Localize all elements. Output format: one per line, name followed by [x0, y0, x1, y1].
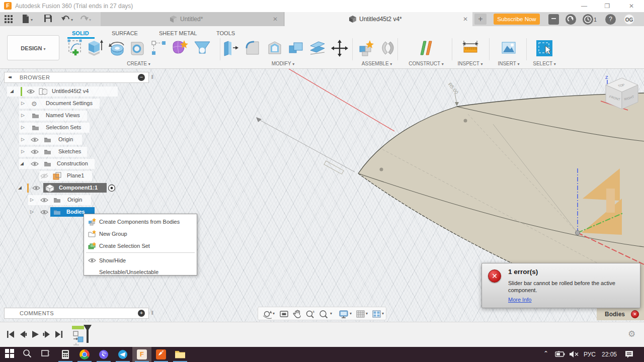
display-caret-icon[interactable]: ▾ — [350, 311, 352, 316]
move-copy-icon[interactable] — [331, 40, 348, 57]
taskbar-app-chrome[interactable] — [75, 347, 94, 362]
grid-caret-icon[interactable]: ▾ — [366, 311, 368, 316]
hole-icon[interactable] — [129, 39, 146, 57]
group-label-assemble[interactable]: ASSEMBLE ▾ — [356, 61, 397, 66]
combine-icon[interactable] — [287, 39, 304, 57]
viewports-icon[interactable] — [372, 309, 381, 319]
timeline-step-back-icon[interactable] — [19, 330, 28, 339]
expand-icon[interactable]: ◢ — [20, 161, 24, 166]
insert-image-icon[interactable] — [500, 39, 517, 57]
rectangular-pattern-icon[interactable] — [150, 39, 167, 57]
eye-icon[interactable] — [27, 88, 35, 95]
extrude-icon[interactable] — [87, 39, 104, 57]
menu-item-create-components[interactable]: Create Components from Bodies — [84, 216, 197, 228]
save-icon[interactable] — [44, 15, 52, 25]
tray-clock[interactable]: 22:05 — [602, 351, 617, 358]
subscribe-now-button[interactable]: Subscribe Now — [494, 14, 540, 25]
activate-component-radio[interactable] — [108, 184, 116, 192]
grid-settings-icon[interactable] — [356, 309, 365, 319]
expand-icon[interactable]: ▷ — [21, 149, 25, 154]
eye-icon[interactable] — [31, 149, 39, 155]
tray-chevron-icon[interactable]: ⌃ — [543, 350, 548, 357]
browser-panel-header[interactable]: ◂◂ BROWSER − ‖ — [4, 72, 149, 83]
menu-item-new-group[interactable]: New Group — [84, 228, 197, 240]
taskbar-app-fusion360[interactable]: F — [132, 347, 151, 362]
construct-plane-icon[interactable] — [418, 39, 435, 57]
press-pull-icon[interactable] — [222, 39, 239, 57]
expand-icon[interactable]: ▷ — [21, 125, 25, 130]
expand-icon[interactable]: ▷ — [30, 197, 34, 202]
group-label-construct[interactable]: CONSTRUCT ▾ — [404, 61, 449, 66]
taskbar-app-calculator[interactable] — [56, 347, 75, 362]
clock-notifications-icon[interactable] — [583, 14, 593, 25]
app-grid-icon[interactable] — [5, 15, 13, 25]
file-menu-icon[interactable] — [22, 15, 29, 25]
eye-hidden-icon[interactable] — [40, 173, 48, 179]
workspace-selector-design[interactable]: DESIGN ▾ — [7, 35, 59, 60]
browser-minimize-icon[interactable]: − — [138, 74, 145, 81]
expand-icon[interactable]: ▷ — [21, 137, 25, 142]
comments-add-icon[interactable]: + — [138, 310, 145, 317]
orbit-icon[interactable] — [262, 309, 272, 319]
ribbon-tab-surface[interactable]: SURFACE — [112, 30, 138, 36]
zoom-icon[interactable]: ± — [305, 309, 315, 319]
menu-item-show-hide[interactable]: Show/Hide — [84, 254, 197, 266]
browser-resize-grip[interactable]: ‖ — [151, 74, 153, 80]
fillet-icon[interactable] — [244, 39, 261, 57]
look-at-icon[interactable] — [279, 309, 289, 319]
tray-language[interactable]: РУС — [584, 351, 596, 358]
expand-icon[interactable]: ▷ — [21, 113, 25, 118]
expand-icon[interactable]: ▷ — [21, 101, 25, 106]
eye-icon[interactable] — [40, 209, 48, 215]
timeline-step-forward-icon[interactable] — [42, 330, 51, 339]
expand-icon[interactable]: ▷ — [30, 209, 34, 214]
user-avatar[interactable]: OG — [624, 14, 634, 25]
timeline-go-to-start-icon[interactable] — [6, 330, 15, 339]
ribbon-tab-tools[interactable]: TOOLS — [216, 30, 235, 36]
fit-icon[interactable] — [318, 309, 329, 319]
group-label-insert[interactable]: INSERT ▾ — [492, 61, 526, 66]
feedback-comment-icon[interactable] — [548, 14, 559, 25]
measure-icon[interactable] — [462, 39, 479, 57]
viewports-caret-icon[interactable]: ▾ — [382, 311, 384, 316]
job-status-icon[interactable] — [566, 14, 576, 25]
shell-icon[interactable] — [266, 39, 283, 57]
fit-caret-icon[interactable]: ▾ — [330, 311, 332, 316]
undo-icon[interactable] — [61, 15, 70, 25]
expand-icon[interactable]: ◢ — [18, 185, 22, 190]
maximize-button[interactable]: ❐ — [600, 1, 615, 11]
timeline-play-icon[interactable] — [31, 330, 40, 339]
web-icon[interactable] — [193, 39, 211, 57]
group-label-inspect[interactable]: INSPECT ▾ — [451, 61, 489, 66]
tab-untitled45t2-close-icon[interactable]: ✕ — [462, 16, 469, 23]
tab-untitled45t2[interactable]: Untitled45t2 v4* ✕ — [285, 12, 472, 26]
eye-icon[interactable] — [31, 161, 39, 167]
ribbon-tab-sheetmetal[interactable]: SHEET METAL — [159, 30, 197, 36]
timeline-settings-gear-icon[interactable]: ⚙ — [628, 329, 635, 339]
eye-icon[interactable] — [31, 137, 39, 143]
group-label-select[interactable]: SELECT ▾ — [527, 61, 561, 66]
new-component-icon[interactable] — [358, 39, 375, 57]
volume-muted-icon[interactable] — [569, 351, 580, 362]
create-sketch-icon[interactable] — [66, 39, 83, 57]
close-button[interactable]: ✕ — [624, 1, 639, 11]
group-label-create[interactable]: CREATE ▾ — [120, 61, 157, 66]
start-button-icon[interactable] — [5, 349, 16, 360]
taskbar-app-telegram[interactable] — [113, 347, 132, 362]
timeline-playhead[interactable] — [84, 325, 92, 345]
new-tab-button[interactable]: + — [474, 14, 487, 25]
group-label-modify[interactable]: MODIFY ▾ — [264, 61, 302, 66]
joint-icon[interactable] — [379, 39, 396, 57]
eye-icon[interactable] — [32, 185, 40, 191]
tab-untitled-close-icon[interactable]: ✕ — [272, 16, 279, 23]
create-form-icon[interactable] — [170, 39, 188, 57]
orbit-caret-icon[interactable]: ▾ — [273, 311, 275, 316]
expand-icon[interactable]: ◢ — [10, 88, 14, 94]
taskbar-search-icon[interactable] — [23, 349, 34, 360]
error-more-info-link[interactable]: More Info — [508, 297, 531, 303]
revolve-icon[interactable] — [108, 39, 126, 57]
help-icon[interactable]: ? — [605, 14, 616, 25]
display-settings-icon[interactable] — [339, 309, 349, 319]
redo-icon[interactable] — [79, 15, 89, 25]
taskbar-app-viber[interactable] — [94, 347, 113, 362]
